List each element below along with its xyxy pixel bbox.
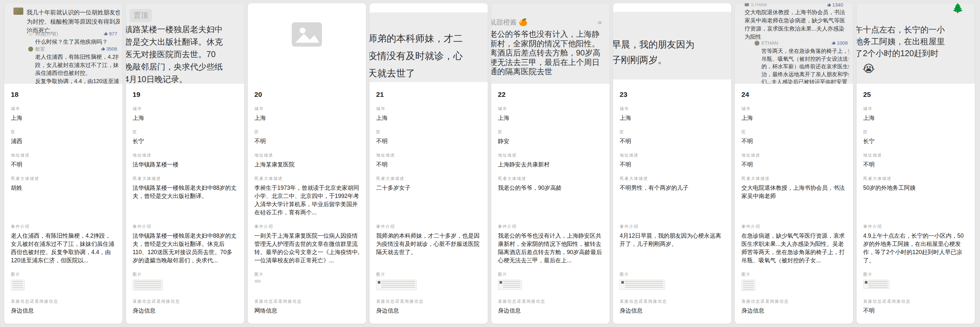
commenter-name: 敏宴 xyxy=(35,46,45,52)
record-card[interactable]: 🌲午十点左右，长宁的一小地务工阿姨，在出租屋里了2个小时的120赶到时😭25城市… xyxy=(856,3,975,324)
commenter-name: ETHAN xyxy=(761,40,778,46)
attachment-thumbnail[interactable] xyxy=(11,280,25,290)
thumb-up-icon xyxy=(101,46,105,51)
post-avatar xyxy=(745,3,749,6)
attachment-thumbnail[interactable] xyxy=(741,280,756,291)
record-card[interactable]: 我几十年前就认识的一位胡姓朋友也是因为封控、核酸检测等原因没有得到及时救治而死亡… xyxy=(4,3,123,324)
post-author-row: ETHAN1340 xyxy=(745,3,848,7)
field-event: 事件介绍我老公的爷爷也没有计入，上海静安区共康新村，全家阴的情况下他阳性，被转去… xyxy=(498,224,603,265)
field-city-label: 城市 xyxy=(741,106,846,111)
field-district-value: 不明 xyxy=(376,137,481,145)
field-image-label: 图片 xyxy=(133,272,238,277)
field-deceased-label: 死者大体描述 xyxy=(133,176,238,181)
thumbnail-avatar xyxy=(378,281,380,284)
field-city-value: 上海 xyxy=(11,114,116,122)
field-district-label: 区 xyxy=(376,129,481,134)
record-card[interactable]: ETHAN1340交大电院退休教授，上海书协会员，书法家吴中南老师在急诊病逝，缺… xyxy=(735,3,853,324)
field-address-label: 地址描述 xyxy=(11,153,116,158)
field-deceased: 死者大体描述胡姓 xyxy=(11,176,116,217)
field-address: 地址描述上海某康复医院 xyxy=(255,153,360,169)
cover-text-line: 了2个小时的120赶到时 xyxy=(857,47,975,59)
field-image-label: 图片 xyxy=(741,272,846,277)
thumb-up-icon xyxy=(597,20,602,26)
field-event-value: 我师弟的本科师妹，才二十多岁，也是因为疫情没有及时就诊，心脏不舒服送医院隔天就去… xyxy=(376,232,481,265)
attachment-thumbnail[interactable] xyxy=(376,280,417,290)
field-deceased-label: 死者大体描述 xyxy=(620,176,725,181)
field-district: 区不明 xyxy=(376,129,481,145)
field-image-label: 图片 xyxy=(255,272,360,277)
cover-text-line: 反复争取协调，4.4，由120送至浦东 xyxy=(35,78,118,84)
record-card[interactable]: 20城市上海区不明地址描述上海某康复医院死者大体描述李昶生于1973年，曾就读于… xyxy=(247,3,366,324)
thumbnail-avatar xyxy=(621,281,624,284)
field-image: 图片 xyxy=(11,272,116,292)
post-text: 早晨，我的朋友因为子刚刚两岁。 xyxy=(613,37,731,68)
attachment-thumbnail[interactable] xyxy=(255,280,261,283)
field-city: 城市上海 xyxy=(498,106,603,122)
card-body: 20城市上海区不明地址描述上海某康复医院死者大体描述李昶生于1973年，曾就读于… xyxy=(248,84,366,315)
field-city-label: 城市 xyxy=(11,106,116,111)
thumbnail-text-lines xyxy=(134,281,161,289)
field-district-label: 区 xyxy=(863,129,968,134)
field-address: 地址描述不明 xyxy=(11,153,116,169)
post-author-name: 鼠甜橙酱 🍊 xyxy=(491,18,527,27)
field-address: 地址描述上海静安去共康新村 xyxy=(498,153,603,169)
attachment-zone xyxy=(11,280,116,292)
card-number: 24 xyxy=(741,90,846,99)
post-text: 镇路某楼一楼独居老夫妇中曾是交大出版社翻译。休克医无对接医院而去世。70晚敲邻居… xyxy=(126,23,244,84)
field-direct: 直接信息还是间接信息身边信息 xyxy=(498,299,603,315)
field-address: 地址描述不明 xyxy=(863,153,968,169)
field-deceased: 死者大体描述交大电院退休教授，上海书协会员，书法家吴中南老师 xyxy=(741,176,846,217)
field-city-value: 上海 xyxy=(741,114,846,122)
card-cover-image: 鼠甜橙酱 🍊老公的爷爷也没有计入，上海静新村，全家阴的情况下他阳性。离酒店后差点… xyxy=(491,3,609,84)
card-body: 24城市上海区不明地址描述不明死者大体描述交大电院退休教授，上海书协会员，书法家… xyxy=(735,84,853,315)
cover-text-line: 镇路某楼一楼独居老夫妇中 xyxy=(126,23,244,35)
field-direct-value: 身边信息 xyxy=(620,307,725,315)
attachment-zone xyxy=(620,280,725,292)
field-city-value: 上海 xyxy=(133,114,238,122)
record-card[interactable]: 师弟的本科师妹，才二疫情没有及时就诊，心天就去世了21城市上海区不明地址描述不明… xyxy=(369,3,488,324)
field-direct: 直接信息还是间接信息身边信息 xyxy=(133,299,238,315)
field-district-value: 浦西 xyxy=(11,137,116,145)
field-event-label: 事件介绍 xyxy=(133,224,238,229)
thumb-up-icon xyxy=(104,32,108,36)
attachment-zone xyxy=(863,280,968,292)
field-city: 城市上海 xyxy=(133,106,238,122)
record-card[interactable]: 鼠甜橙酱 🍊老公的爷爷也没有计入，上海静新村，全家阴的情况下他阳性。离酒店后差点… xyxy=(491,3,610,324)
attachment-thumbnail[interactable] xyxy=(620,280,665,290)
field-address: 地址描述不明 xyxy=(376,153,481,169)
field-direct: 直接信息还是间接信息身边信息 xyxy=(376,299,481,315)
field-image-label: 图片 xyxy=(863,272,968,277)
field-image: 图片 xyxy=(498,272,603,292)
field-deceased: 死者大体描述50岁的外地务工阿姨 xyxy=(863,176,968,217)
field-event-value: 4月12日早晨，我的朋友因为心梗永远离开了，儿子刚刚两岁。 xyxy=(620,232,725,265)
cover-text-line: 通的隔离医院去世 xyxy=(491,67,609,77)
card-number: 22 xyxy=(498,90,603,99)
field-image: 图片 xyxy=(741,272,846,292)
card-cover-image: 🌲午十点左右，长宁的一小地务工阿姨，在出租屋里了2个小时的120赶到时😭 xyxy=(857,3,975,84)
field-event-label: 事件介绍 xyxy=(498,224,603,229)
attachment-zone xyxy=(741,280,846,292)
field-deceased-value: 李昶生于1973年，曾就读于北京史家胡同小学、北京二中、北京四中，于1992年考… xyxy=(255,184,360,217)
commenter-name: 柿油(作者) xyxy=(35,31,58,37)
thumbnail-text-lines xyxy=(13,281,23,289)
field-image: 图片 xyxy=(133,272,238,292)
record-card[interactable]: 早晨，我的朋友因为子刚刚两岁。23城市上海区不明地址描述不明死者大体描述不明男性… xyxy=(613,3,732,324)
field-event-label: 事件介绍 xyxy=(255,224,360,229)
attachment-thumbnail[interactable] xyxy=(863,280,889,289)
attachment-thumbnail[interactable] xyxy=(133,280,163,290)
field-event: 事件介绍法华镇路某楼一楼独居老夫妇中88岁的丈夫，曾经是交大出版社翻译。休克后1… xyxy=(133,224,238,265)
cover-text-line: 晚敲邻居门，央求代少些纸 xyxy=(126,61,244,73)
tree-emoji: 🌲 xyxy=(952,3,964,13)
cover-text-line: 交大电院退休教授，上海书协会员，书法 xyxy=(745,8,848,16)
field-deceased-label: 死者大体描述 xyxy=(11,176,116,181)
record-card[interactable]: 置顶镇路某楼一楼独居老夫妇中曾是交大出版社翻译。休克医无对接医院而去世。70晚敲… xyxy=(126,3,245,324)
field-city-label: 城市 xyxy=(498,106,603,111)
gallery-view: 我几十年前就认识的一位胡姓朋友也是因为封控、核酸检测等原因没有得到及时救治而死亡… xyxy=(0,0,980,327)
field-city-value: 上海 xyxy=(255,114,360,122)
cover-text-line: 曾是交大出版社翻译。休克 xyxy=(126,35,244,48)
field-deceased-value: 50岁的外地务工阿姨 xyxy=(863,184,968,217)
card-cover-image: 我几十年前就认识的一位胡姓朋友也是因为封控、核酸检测等原因没有得到及时救治而死亡… xyxy=(4,3,123,84)
field-event-label: 事件介绍 xyxy=(741,224,846,229)
field-event-label: 事件介绍 xyxy=(376,224,481,229)
attachment-thumbnail[interactable] xyxy=(498,280,522,290)
